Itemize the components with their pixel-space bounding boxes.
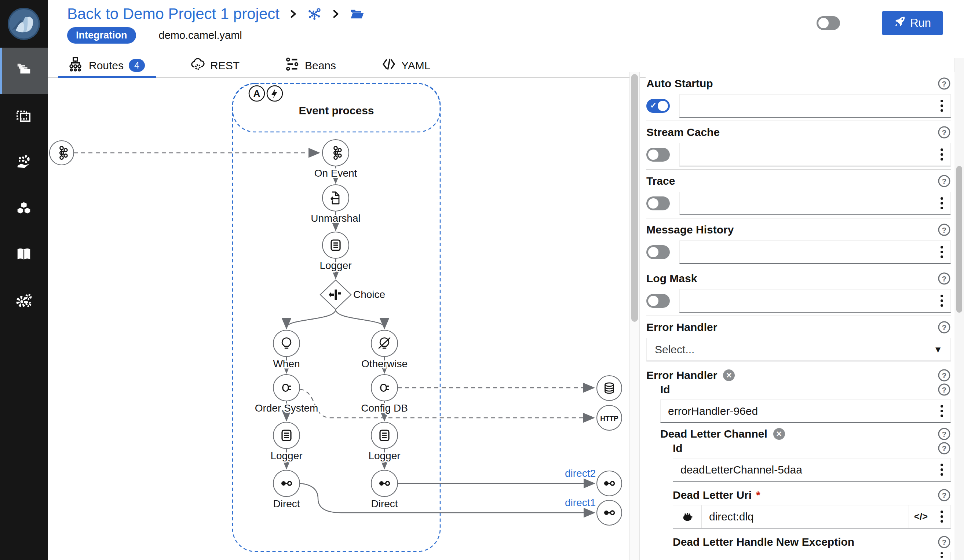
kebab-menu-icon[interactable] [933, 400, 951, 422]
svg-text:?: ? [942, 538, 947, 547]
kebab-menu-icon[interactable] [933, 143, 951, 166]
sidebar-item-projects[interactable] [0, 48, 48, 94]
integration-hub-icon[interactable] [307, 6, 322, 22]
node-direct1-endpoint[interactable]: direct1 [565, 497, 622, 525]
kebab-menu-icon[interactable] [933, 94, 951, 117]
svg-text:?: ? [942, 128, 947, 137]
required-asterisk: * [756, 489, 760, 502]
folder-open-icon[interactable] [349, 6, 365, 22]
node-logger-1[interactable]: Logger [319, 232, 352, 271]
trace-toggle[interactable] [646, 196, 670, 210]
node-direct2-endpoint[interactable]: direct2 [565, 467, 622, 496]
kebab-menu-icon[interactable] [933, 192, 951, 214]
kebab-menu-icon[interactable] [933, 458, 951, 481]
tab-beans[interactable]: Beans [274, 54, 347, 77]
log-mask-toggle[interactable] [646, 294, 670, 308]
stream-cache-toggle[interactable] [646, 148, 670, 162]
message-history-toggle[interactable] [646, 245, 670, 259]
panel-scrollbar[interactable] [629, 72, 640, 560]
sidebar-item-knowledgebase[interactable] [0, 232, 48, 279]
remove-dead-letter-channel-icon[interactable]: ✕ [773, 428, 785, 440]
svg-text:?: ? [942, 491, 947, 500]
node-direct-right[interactable]: Direct [371, 470, 397, 510]
dead-letter-uri-input[interactable] [702, 505, 909, 528]
services-hand-gear-icon [15, 154, 32, 172]
code-expression-icon[interactable]: </> [909, 505, 933, 528]
back-to-project-link[interactable]: Back to Demo Project 1 project [67, 5, 280, 23]
svg-text:Logger: Logger [270, 450, 302, 461]
svg-text:Logger: Logger [368, 450, 400, 461]
svg-text:A: A [253, 88, 261, 99]
node-on-event[interactable]: On Event [314, 140, 357, 179]
node-database-endpoint[interactable] [597, 376, 622, 401]
help-icon[interactable]: ? [938, 126, 951, 139]
node-logger-3[interactable]: Logger [368, 422, 400, 461]
tab-routes-label: Routes [89, 59, 124, 72]
log-mask-input[interactable] [680, 289, 933, 312]
help-icon[interactable]: ? [938, 489, 951, 502]
kebab-menu-icon[interactable] [933, 241, 951, 263]
sidebar-item-configuration[interactable] [0, 279, 48, 325]
auto-startup-toggle[interactable]: ✓ [646, 99, 670, 113]
help-icon[interactable]: ? [938, 223, 951, 236]
svg-text:?: ? [942, 323, 947, 332]
help-icon[interactable]: ? [938, 272, 951, 285]
node-otherwise[interactable]: Otherwise [362, 330, 407, 369]
help-icon[interactable]: ? [938, 427, 951, 440]
tab-routes[interactable]: Routes 4 [58, 54, 156, 77]
node-when[interactable]: When [273, 330, 300, 369]
help-icon[interactable]: ? [938, 383, 951, 396]
node-http-endpoint[interactable]: HTTP [597, 405, 622, 430]
sidebar-item-services[interactable] [0, 140, 48, 186]
help-icon[interactable]: ? [938, 321, 951, 334]
trace-input[interactable] [680, 192, 933, 214]
svg-text:Choice: Choice [353, 289, 385, 300]
prop-group-message-history: Message History ? [646, 218, 951, 267]
kebab-menu-icon[interactable] [933, 289, 951, 312]
error-handler-id-input[interactable] [661, 400, 933, 422]
chevron-right-icon [288, 8, 298, 19]
svg-text:?: ? [942, 444, 947, 453]
remove-error-handler-icon[interactable]: ✕ [723, 369, 735, 381]
panel-scrollbar-thumb[interactable] [631, 74, 638, 322]
node-unmarshal[interactable]: Unmarshal [311, 185, 360, 224]
tab-yaml-label: YAML [401, 59, 430, 72]
help-icon[interactable]: ? [938, 442, 951, 455]
dead-letter-handle-new-exception-input[interactable] [673, 552, 933, 560]
header-toggle[interactable] [817, 16, 840, 30]
run-button[interactable]: Run [882, 11, 943, 35]
svg-text:direct2: direct2 [565, 467, 596, 479]
node-config-db[interactable]: Config DB [361, 375, 408, 414]
prop-label: Trace [646, 175, 675, 187]
auto-startup-input[interactable] [680, 94, 933, 117]
kebab-menu-icon[interactable] [933, 505, 951, 528]
kebab-menu-icon[interactable] [933, 552, 951, 560]
error-handler-select[interactable]: Select... ▼ [646, 338, 951, 361]
help-icon[interactable]: ? [938, 77, 951, 90]
gears-icon [15, 292, 32, 311]
prop-label: Auto Startup [646, 77, 713, 90]
dead-letter-id-input[interactable] [673, 458, 933, 481]
dead-letter-id-group: Id ? [673, 440, 951, 482]
message-history-input[interactable] [680, 241, 933, 263]
sidebar-item-topology[interactable] [0, 94, 48, 140]
routes-count-badge: 4 [129, 59, 145, 72]
help-icon[interactable]: ? [938, 369, 951, 382]
help-icon[interactable]: ? [938, 536, 951, 549]
node-direct-left[interactable]: Direct [273, 470, 300, 510]
tab-rest[interactable]: REST [179, 54, 251, 77]
help-icon[interactable]: ? [938, 174, 951, 188]
node-kafka-source[interactable] [49, 141, 74, 165]
tab-yaml[interactable]: YAML [370, 54, 441, 77]
cubes-icon [15, 200, 32, 218]
stream-cache-input[interactable] [680, 143, 933, 166]
prop-group-trace: Trace ? [646, 169, 951, 218]
sidebar-item-components[interactable] [0, 186, 48, 232]
page-scrollbar[interactable] [954, 58, 964, 560]
node-choice[interactable]: Choice [320, 280, 385, 309]
error-handler-id-group: Id ? [660, 381, 951, 423]
node-logger-2[interactable]: Logger [270, 422, 302, 461]
route-designer-canvas[interactable]: Event process A [48, 78, 627, 560]
page-scrollbar-thumb[interactable] [956, 166, 962, 313]
svg-text:Config DB: Config DB [361, 403, 408, 414]
